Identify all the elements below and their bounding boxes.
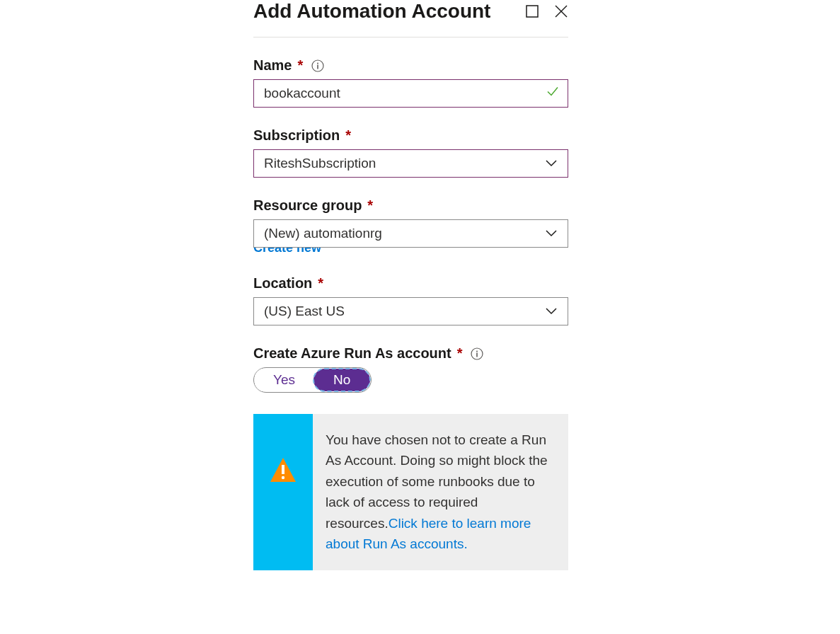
- resource-group-select-wrap: (New) automationrg: [253, 219, 568, 248]
- name-label: Name: [253, 57, 292, 74]
- subscription-select-wrap: RiteshSubscription: [253, 149, 568, 178]
- resource-group-select[interactable]: (New) automationrg: [253, 219, 568, 248]
- name-label-row: Name *: [253, 57, 568, 74]
- required-indicator: *: [318, 275, 323, 292]
- resource-group-chevron: [545, 226, 558, 241]
- svg-rect-0: [527, 6, 538, 17]
- warning-icon: [267, 455, 299, 486]
- runas-no-button[interactable]: No: [313, 369, 370, 391]
- svg-point-7: [476, 350, 478, 352]
- svg-point-4: [317, 62, 318, 64]
- location-select-wrap: (US) East US: [253, 297, 568, 325]
- warning-content: You have chosen not to create a Run As A…: [313, 414, 568, 570]
- resource-group-field-group: Resource group * (New) automationrg: [253, 197, 568, 248]
- name-input-wrap: bookaccount: [253, 79, 568, 108]
- required-indicator: *: [457, 345, 463, 362]
- svg-rect-5: [317, 64, 318, 69]
- header-actions: [526, 4, 568, 18]
- info-icon: [471, 347, 483, 360]
- runas-warning-box: You have chosen not to create a Run As A…: [253, 414, 568, 570]
- svg-rect-9: [282, 465, 284, 474]
- name-input-value: bookaccount: [264, 86, 340, 101]
- required-indicator: *: [367, 197, 373, 214]
- subscription-chevron: [545, 156, 558, 171]
- runas-info-icon[interactable]: [471, 347, 483, 360]
- runas-yes-button[interactable]: Yes: [255, 369, 313, 391]
- required-indicator: *: [297, 57, 303, 74]
- runas-label-row: Create Azure Run As account *: [253, 345, 568, 362]
- location-field-group: Location * (US) East US: [253, 275, 568, 325]
- runas-label: Create Azure Run As account: [253, 345, 451, 362]
- runas-toggle: Yes No: [253, 367, 372, 393]
- chevron-down-icon: [545, 159, 558, 168]
- maximize-button[interactable]: [526, 5, 539, 18]
- name-input[interactable]: bookaccount: [253, 79, 568, 108]
- location-label: Location: [253, 275, 312, 292]
- runas-field-group: Create Azure Run As account * Yes No: [253, 345, 568, 393]
- resource-group-value: (New) automationrg: [264, 226, 382, 241]
- subscription-field-group: Subscription * RiteshSubscription: [253, 127, 568, 178]
- location-value: (US) East US: [264, 304, 345, 319]
- maximize-icon: [526, 5, 539, 18]
- subscription-value: RiteshSubscription: [264, 156, 376, 171]
- panel-title: Add Automation Account: [253, 0, 490, 23]
- chevron-down-icon: [545, 307, 558, 316]
- close-icon: [554, 4, 568, 18]
- add-automation-account-panel: Add Automation Account Name *: [253, 0, 568, 570]
- required-indicator: *: [345, 127, 351, 144]
- subscription-label: Subscription: [253, 127, 340, 144]
- subscription-select[interactable]: RiteshSubscription: [253, 149, 568, 178]
- location-select[interactable]: (US) East US: [253, 297, 568, 325]
- svg-rect-8: [477, 352, 478, 357]
- name-valid-icon: [546, 85, 560, 103]
- location-chevron: [545, 304, 558, 319]
- check-icon: [546, 85, 560, 99]
- resource-group-label: Resource group: [253, 197, 362, 214]
- location-label-row: Location *: [253, 275, 568, 292]
- subscription-label-row: Subscription *: [253, 127, 568, 144]
- name-field-group: Name * bookaccount: [253, 57, 568, 108]
- name-info-icon[interactable]: [311, 59, 324, 72]
- close-button[interactable]: [554, 4, 568, 18]
- warning-sidebar: [253, 414, 313, 570]
- info-icon: [311, 59, 324, 72]
- panel-header: Add Automation Account: [253, 0, 568, 38]
- chevron-down-icon: [545, 229, 558, 238]
- svg-point-10: [282, 476, 284, 479]
- resource-group-label-row: Resource group *: [253, 197, 568, 214]
